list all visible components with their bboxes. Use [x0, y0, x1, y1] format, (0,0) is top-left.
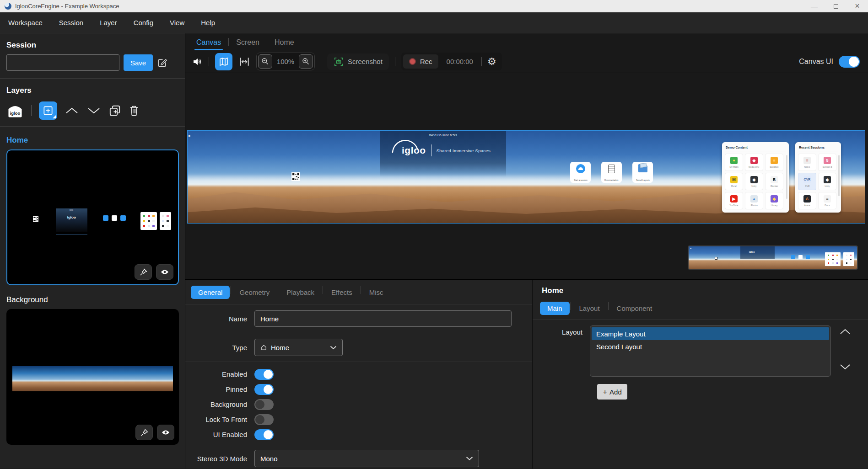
tab-canvas[interactable]: Canvas	[190, 36, 227, 50]
toggle-row: Lock To Front	[185, 412, 532, 427]
launcher-tile-label: Saved Layouts	[636, 179, 650, 181]
visibility-layer-button[interactable]	[157, 425, 174, 440]
record-button[interactable]: Rec	[403, 54, 438, 69]
layout-listbox[interactable]: Example LayoutSecond Layout	[590, 325, 831, 377]
canvas-ui-toggle[interactable]	[839, 56, 860, 68]
panorama-canvas[interactable]: Wed 06 Mar 6:53 igloo Shared Immersive S…	[187, 130, 865, 224]
pin-layer-button[interactable]	[135, 264, 152, 280]
app-tile-sandbox[interactable]: ■Sandbox	[765, 154, 783, 171]
type-select[interactable]: Home	[254, 339, 343, 356]
add-layer-button[interactable]	[39, 101, 57, 120]
chevron-down-icon	[466, 456, 473, 461]
app-tile-my-maps[interactable]: ●My Maps	[725, 154, 743, 171]
tab-home[interactable]: Home	[268, 36, 301, 50]
add-layout-button[interactable]: + Add	[597, 384, 627, 400]
layout-item-example-layout[interactable]: Example Layout	[592, 327, 829, 340]
menu-config[interactable]: Config	[134, 19, 153, 27]
divider	[395, 57, 395, 66]
canvas-minimap[interactable]	[688, 245, 858, 270]
zoom-out-button[interactable]	[258, 54, 272, 69]
home-layer-thumbnail[interactable]: WEDigloo	[6, 149, 179, 285]
move-layer-down-button[interactable]	[86, 107, 101, 115]
stereo-mode-select[interactable]: Mono	[254, 450, 479, 467]
canvas-viewport[interactable]: Wed 06 Mar 6:53 igloo Shared Immersive S…	[185, 73, 868, 280]
delete-layer-button[interactable]	[129, 105, 140, 117]
toggle-lock-to-front[interactable]	[254, 414, 274, 425]
duplicate-layer-button[interactable]	[108, 104, 121, 117]
canvas-handle[interactable]	[189, 135, 190, 137]
layout-panel-tabs: MainLayoutComponent	[533, 301, 868, 315]
minimap-handle	[690, 248, 691, 249]
menu-session[interactable]: Session	[59, 19, 83, 27]
properties-tab-general[interactable]: General	[191, 286, 230, 299]
map-view-button[interactable]	[215, 53, 232, 70]
pin-layer-button[interactable]	[135, 425, 153, 440]
move-layer-up-button[interactable]	[65, 107, 79, 115]
move-layout-down-button[interactable]	[839, 363, 851, 370]
move-layout-up-button[interactable]	[839, 328, 851, 335]
save-button[interactable]: Save	[124, 54, 153, 71]
menu-help[interactable]: Help	[201, 19, 215, 27]
app-tile-cvr[interactable]: CVRCVR	[798, 173, 816, 190]
name-input[interactable]	[254, 310, 512, 327]
panel-scrollbar[interactable]	[786, 155, 787, 199]
zoom-in-button[interactable]	[299, 54, 313, 69]
app-tile-media-one[interactable]: ◆Media One	[745, 154, 763, 171]
menu-workspace[interactable]: Workspace	[8, 19, 43, 27]
launcher-tile-saved-layouts[interactable]: Saved Layouts	[632, 162, 653, 183]
layout-tab-main[interactable]: Main	[540, 302, 570, 315]
launcher-tile-start-a-session[interactable]: Start a session	[570, 162, 591, 183]
properties-tab-geometry[interactable]: Geometry	[232, 286, 277, 299]
app-tile-unity[interactable]: ◆Unity	[745, 173, 763, 190]
tab-screen[interactable]: Screen	[230, 36, 266, 50]
close-button[interactable]: ×	[846, 0, 868, 12]
edit-session-icon[interactable]	[157, 58, 167, 68]
toggle-ui-enabled[interactable]	[254, 429, 274, 440]
minimize-button[interactable]: —	[803, 0, 825, 12]
app-tile-blender[interactable]: BBlender	[765, 173, 783, 190]
panel-scrollbar[interactable]	[838, 155, 840, 196]
visibility-layer-button[interactable]	[156, 264, 173, 280]
app-tile-session-5[interactable]: 5Session 5	[818, 154, 836, 171]
igloo-layer-icon[interactable]: igloo	[6, 103, 24, 118]
app-tile-docs[interactable]: ≡Docs	[818, 192, 836, 209]
app-tile-notes[interactable]: ≡Notes	[798, 154, 816, 171]
panel-title: Demo Content	[725, 145, 786, 151]
screenshot-button[interactable]: Screenshot	[327, 53, 389, 70]
app-dot	[143, 220, 145, 222]
layout-item-second-layout[interactable]: Second Layout	[592, 340, 829, 353]
volume-icon[interactable]	[192, 56, 203, 67]
settings-gear-icon[interactable]: ⚙	[484, 57, 500, 67]
toggle-enabled[interactable]	[254, 369, 274, 380]
launcher-tile-label: Start a session	[574, 179, 588, 181]
app-dot	[162, 215, 164, 217]
properties-tab-misc[interactable]: Misc	[362, 286, 391, 299]
app-tile-unity[interactable]: ◆Unity	[818, 173, 836, 190]
app-tile-arena[interactable]: AArena	[798, 192, 816, 209]
app-tile-mural[interactable]: MMural	[725, 173, 743, 190]
layout-tab-layout[interactable]: Layout	[572, 302, 607, 315]
igloo-circle-icon	[576, 164, 585, 173]
recent-sessions-panel: Recent Sessions ≡Notes5Session 5CVRCVR◆U…	[795, 142, 841, 213]
launcher-tile-documentation[interactable]: Documentation	[601, 162, 622, 183]
divider	[608, 302, 609, 310]
session-name-input[interactable]	[6, 54, 119, 71]
properties-tab-playback[interactable]: Playback	[279, 286, 322, 299]
app-tile-photos[interactable]: ▲Photos	[745, 192, 763, 209]
app-tile-library[interactable]: ◆Library	[765, 192, 783, 209]
fit-width-button[interactable]	[238, 56, 250, 68]
properties-tab-effects[interactable]: Effects	[324, 286, 360, 299]
layout-tab-component[interactable]: Component	[609, 302, 660, 315]
background-layer-thumbnail[interactable]	[6, 309, 179, 445]
minimap-center-panel	[740, 246, 775, 259]
maximize-button[interactable]	[825, 0, 846, 12]
mini-underline	[56, 234, 87, 235]
menu-layer[interactable]: Layer	[100, 19, 117, 27]
menu-view[interactable]: View	[170, 19, 184, 27]
app-tile-label: Arena	[804, 204, 810, 206]
app-dot	[850, 262, 852, 264]
toggle-background[interactable]	[254, 399, 274, 410]
app-dot	[143, 225, 145, 227]
toggle-pinned[interactable]	[254, 384, 274, 395]
app-tile-youtube[interactable]: ▶YouTube	[725, 192, 743, 209]
